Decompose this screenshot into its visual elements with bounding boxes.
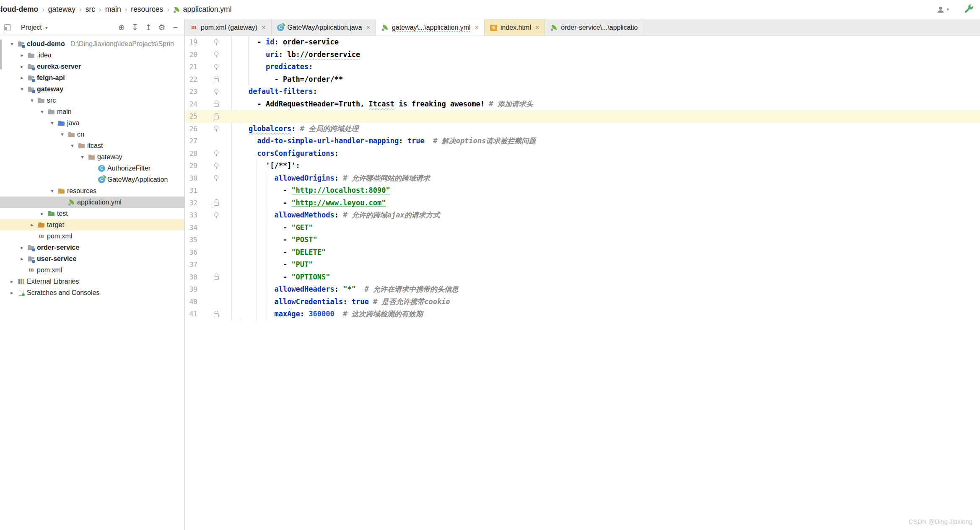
line-number[interactable]: 27 bbox=[185, 135, 197, 147]
settings-button[interactable]: ⚙ bbox=[157, 23, 167, 31]
editor-line-19[interactable]: 19 - id: order-service bbox=[185, 36, 980, 49]
tree-item-target[interactable]: ▸target bbox=[0, 219, 184, 230]
tree-item-gateway[interactable]: ▾gateway bbox=[0, 151, 184, 163]
editor-line-30[interactable]: 30 allowedOrigins: # 允许哪些网站的跨域请求 bbox=[185, 172, 980, 185]
tree-item-external-libraries[interactable]: ▸External Libraries bbox=[0, 276, 184, 287]
tool-window-icon[interactable] bbox=[4, 24, 11, 31]
tab-close-icon[interactable]: × bbox=[262, 24, 265, 31]
chevron-expanded-icon[interactable]: ▾ bbox=[8, 41, 16, 47]
line-number[interactable]: 30 bbox=[185, 172, 197, 185]
tab-order-service-applicatio[interactable]: order-service\...\applicatio bbox=[545, 19, 643, 36]
tab-close-icon[interactable]: × bbox=[475, 24, 479, 31]
chevron-expanded-icon[interactable]: ▾ bbox=[69, 142, 76, 149]
breadcrumb-item-application-yml[interactable]: application.yml bbox=[173, 5, 232, 14]
tree-item-resources[interactable]: ▾resources bbox=[0, 185, 184, 196]
chevron-collapsed-icon[interactable]: ▸ bbox=[8, 290, 16, 296]
tree-item-order-service[interactable]: ▸order-service bbox=[0, 242, 184, 253]
editor-line-24[interactable]: 24 - AddRequestHeader=Truth, Itcast is f… bbox=[185, 98, 980, 111]
tree-item-cn[interactable]: ▾cn bbox=[0, 129, 184, 140]
chevron-collapsed-icon[interactable]: ▸ bbox=[18, 63, 26, 70]
panel-scrollbar-thumb[interactable] bbox=[0, 39, 2, 70]
editor-line-35[interactable]: 35 - "POST" bbox=[185, 234, 980, 246]
chevron-collapsed-icon[interactable]: ▸ bbox=[18, 52, 26, 58]
line-number[interactable]: 33 bbox=[185, 209, 197, 222]
chevron-collapsed-icon[interactable]: ▸ bbox=[8, 278, 16, 284]
line-number[interactable]: 41 bbox=[185, 308, 197, 321]
editor-line-26[interactable]: 26globalcors: # 全局的跨域处理 bbox=[185, 123, 980, 135]
line-number[interactable]: 35 bbox=[185, 234, 197, 246]
editor-line-32[interactable]: 32 - "http://www.leyou.com" bbox=[185, 197, 980, 209]
tree-item-itcast[interactable]: ▾itcast bbox=[0, 140, 184, 151]
line-number[interactable]: 22 bbox=[185, 73, 197, 86]
tree-item-user-service[interactable]: ▸user-service bbox=[0, 253, 184, 264]
project-panel-title[interactable]: Project bbox=[21, 24, 42, 31]
chevron-expanded-icon[interactable]: ▾ bbox=[49, 120, 56, 126]
breadcrumb-item-resources[interactable]: resources bbox=[131, 5, 163, 14]
line-number[interactable]: 31 bbox=[185, 184, 197, 197]
chevron-expanded-icon[interactable]: ▾ bbox=[39, 109, 46, 115]
tree-item-gatewayapplication[interactable]: GateWayApplication bbox=[0, 174, 184, 185]
tree-item-pom-xml[interactable]: pom.xml bbox=[0, 230, 184, 242]
locate-file-button[interactable]: ⊕ bbox=[117, 23, 127, 31]
hide-panel-button[interactable]: − bbox=[170, 23, 180, 31]
line-number[interactable]: 26 bbox=[185, 123, 197, 135]
editor-line-20[interactable]: 20 uri: lb://orderservice bbox=[185, 49, 980, 61]
collapse-all-button[interactable]: ↧ bbox=[130, 23, 140, 31]
tab-gatewayapplication-java[interactable]: GateWayApplication.java× bbox=[272, 19, 376, 36]
line-number[interactable]: 29 bbox=[185, 160, 197, 172]
line-number[interactable]: 25 bbox=[185, 110, 197, 123]
editor-line-41[interactable]: 41 maxAge: 360000 # 这次跨域检测的有效期 bbox=[185, 308, 980, 321]
chevron-collapsed-icon[interactable]: ▸ bbox=[29, 222, 36, 228]
editor-line-28[interactable]: 28 corsConfigurations: bbox=[185, 147, 980, 160]
line-number[interactable]: 32 bbox=[185, 197, 197, 209]
tab-index-html[interactable]: index.html× bbox=[485, 19, 545, 36]
editor-line-23[interactable]: 23default-filters: bbox=[185, 85, 980, 98]
project-dropdown-caret-icon[interactable]: ▾ bbox=[45, 25, 48, 31]
editor-line-22[interactable]: 22 - Path=/order/** bbox=[185, 73, 980, 86]
tab-close-icon[interactable]: × bbox=[366, 24, 370, 31]
chevron-collapsed-icon[interactable]: ▸ bbox=[18, 75, 26, 81]
tree-item-authorizefilter[interactable]: AuthorizeFilter bbox=[0, 163, 184, 174]
editor-line-33[interactable]: 33 allowedMethods: # 允许的跨域ajax的请求方式 bbox=[185, 209, 980, 222]
line-number[interactable]: 39 bbox=[185, 283, 197, 296]
editor-line-36[interactable]: 36 - "DELETE" bbox=[185, 246, 980, 259]
chevron-expanded-icon[interactable]: ▾ bbox=[18, 86, 26, 92]
editor-line-34[interactable]: 34 - "GET" bbox=[185, 222, 980, 234]
tree-item-src[interactable]: ▾src bbox=[0, 95, 184, 106]
tree-item-test[interactable]: ▸test bbox=[0, 208, 184, 219]
chevron-collapsed-icon[interactable]: ▸ bbox=[39, 210, 46, 217]
tree-item-idea[interactable]: ▸.idea bbox=[0, 49, 184, 61]
chevron-collapsed-icon[interactable]: ▸ bbox=[18, 256, 26, 262]
tree-item-application-yml[interactable]: application.yml bbox=[0, 196, 184, 208]
tree-item-cloud-demo[interactable]: ▾cloud-demoD:\DingJiaxiong\IdeaProjects\… bbox=[0, 38, 184, 49]
editor[interactable]: 19 - id: order-service20 uri: lb://order… bbox=[185, 36, 980, 530]
tree-item-pom-xml[interactable]: pom.xml bbox=[0, 264, 184, 276]
line-number[interactable]: 21 bbox=[185, 61, 197, 73]
line-number[interactable]: 36 bbox=[185, 246, 197, 259]
line-number[interactable]: 37 bbox=[185, 259, 197, 271]
editor-line-38[interactable]: 38 - "OPTIONS" bbox=[185, 271, 980, 284]
editor-line-21[interactable]: 21 predicates: bbox=[185, 61, 980, 73]
line-number[interactable]: 23 bbox=[185, 85, 197, 98]
editor-line-40[interactable]: 40 allowCredentials: true # 是否允许携带cookie bbox=[185, 296, 980, 308]
tab-gateway-application-yml[interactable]: gateway\...\application.yml× bbox=[376, 19, 485, 36]
editor-line-25[interactable]: 25 bbox=[185, 110, 980, 123]
chevron-expanded-icon[interactable]: ▾ bbox=[49, 188, 56, 194]
editor-line-27[interactable]: 27 add-to-simple-url-handler-mapping: tr… bbox=[185, 135, 980, 147]
line-number[interactable]: 38 bbox=[185, 271, 197, 284]
chevron-collapsed-icon[interactable]: ▸ bbox=[18, 244, 26, 251]
breadcrumb-item-cloud-demo[interactable]: cloud-demo bbox=[0, 5, 38, 14]
editor-line-29[interactable]: 29 '[/**]': bbox=[185, 160, 980, 172]
user-account-button[interactable]: ▾ bbox=[936, 5, 949, 14]
breadcrumb-item-main[interactable]: main bbox=[105, 5, 121, 14]
chevron-expanded-icon[interactable]: ▾ bbox=[79, 154, 86, 160]
line-number[interactable]: 40 bbox=[185, 296, 197, 308]
chevron-expanded-icon[interactable]: ▾ bbox=[59, 131, 66, 137]
editor-line-31[interactable]: 31 - "http://localhost:8090" bbox=[185, 184, 980, 197]
editor-line-39[interactable]: 39 allowedHeaders: "*" # 允许在请求中携带的头信息 bbox=[185, 283, 980, 296]
tree-item-eureka-server[interactable]: ▸eureka-server bbox=[0, 61, 184, 72]
line-number[interactable]: 24 bbox=[185, 98, 197, 111]
tab-pom-xml-gateway[interactable]: pom.xml (gateway)× bbox=[185, 19, 272, 36]
tree-item-main[interactable]: ▾main bbox=[0, 106, 184, 117]
editor-line-37[interactable]: 37 - "PUT" bbox=[185, 259, 980, 271]
